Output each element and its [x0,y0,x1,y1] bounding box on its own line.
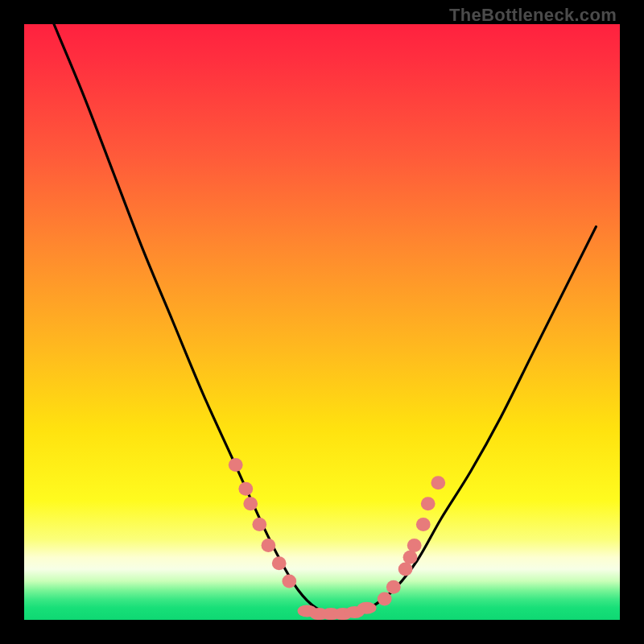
data-dot [386,580,401,594]
data-dot [431,476,445,489]
data-dot [357,602,377,614]
data-dot [229,458,243,472]
data-dot [243,497,258,510]
watermark-text: TheBottleneck.com [449,5,617,26]
data-dot [238,482,253,496]
data-dot [421,497,436,510]
curve-svg [24,24,620,620]
data-dot [416,518,431,531]
bottleneck-curve [54,24,596,615]
data-dot [282,574,296,588]
data-dot [403,551,418,564]
data-dot [272,556,287,570]
data-dot [378,592,392,606]
data-dot [262,539,276,552]
data-dot [398,563,413,576]
data-dot [252,518,266,531]
chart-frame: TheBottleneck.com [0,0,644,644]
bottom-scatter-group [298,602,377,620]
data-dot [407,539,422,552]
right-scatter-group [378,476,445,605]
plot-area [24,24,620,620]
